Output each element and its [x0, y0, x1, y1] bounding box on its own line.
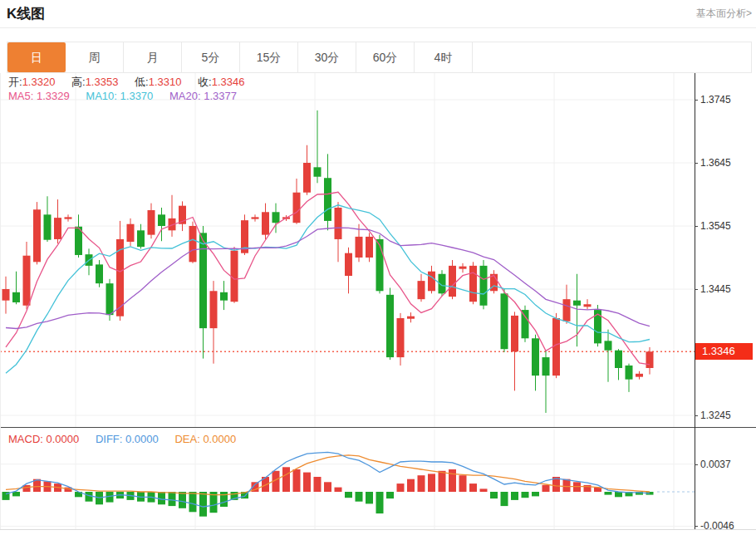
tab-period-1[interactable]: 周 [66, 42, 124, 72]
panel-separator [0, 427, 756, 428]
kline-page: K线图 基本面分析> 日周月5分15分30分60分4时 开:1.3320 高:1… [0, 0, 756, 535]
tabbar-filler [473, 42, 751, 72]
price-axis-label-2: 1.3545 [700, 220, 731, 232]
price-axis-label-2-tick [695, 226, 698, 227]
tab-period-3[interactable]: 5分 [182, 42, 240, 72]
ma5-label: MA5: [8, 90, 33, 102]
macd-axis-label-1: -0.0046 [700, 520, 734, 532]
open-label: 开: [8, 76, 22, 88]
current-price-tag: 1.3346 [695, 343, 753, 360]
price-axis-label-4: 1.3245 [700, 410, 731, 421]
low-value: 1.3310 [149, 76, 182, 88]
dea-value: 0.0000 [203, 433, 236, 445]
diff-value: 0.0000 [125, 433, 159, 445]
diff-label: DIFF: [96, 433, 123, 445]
ma20-label: MA20: [169, 90, 201, 102]
ma5-value: 1.3329 [37, 90, 70, 102]
macd-label: MACD: [8, 433, 43, 445]
high-value: 1.3353 [86, 76, 119, 88]
tab-period-4[interactable]: 15分 [240, 42, 298, 72]
price-axis: 1.37451.36451.35451.34451.32450.0037-0.0… [695, 73, 756, 529]
ma-legend: MA5: 1.3329 MA10: 1.3370 MA20: 1.3377 [8, 90, 250, 102]
price-axis-label-4-tick [695, 415, 698, 416]
price-axis-label-0-tick [695, 100, 698, 101]
period-tabbar: 日周月5分15分30分60分4时 [7, 42, 752, 73]
close-label: 收: [198, 76, 212, 88]
ma10-label: MA10: [86, 90, 117, 102]
close-value: 1.3346 [212, 76, 245, 88]
macd-axis-label-0: 0.0037 [700, 459, 731, 470]
page-title: K线图 [7, 4, 45, 23]
candlestick-chart[interactable] [0, 73, 695, 427]
open-value: 1.3320 [22, 76, 56, 88]
price-axis-label-1: 1.3645 [700, 157, 731, 169]
price-axis-label-3: 1.3445 [700, 283, 731, 295]
tab-period-7[interactable]: 4时 [415, 42, 473, 72]
low-label: 低: [135, 76, 149, 88]
dea-label: DEA: [174, 433, 199, 445]
price-axis-label-0: 1.3745 [700, 94, 731, 106]
macd-axis-label-0-tick [695, 464, 698, 465]
tab-period-5[interactable]: 30分 [298, 42, 356, 72]
chart-bottom-border [0, 529, 756, 530]
tab-period-2[interactable]: 月 [124, 42, 182, 72]
ma10-value: 1.3370 [120, 90, 154, 102]
high-label: 高: [71, 76, 86, 88]
price-axis-label-3-tick [695, 289, 698, 290]
tab-period-6[interactable]: 60分 [356, 42, 415, 72]
ohlc-legend: 开:1.3320 高:1.3353 低:1.3310 收:1.3346 [8, 75, 258, 90]
ma20-value: 1.3377 [204, 90, 237, 102]
chart-left-border [0, 73, 1, 529]
header-divider [0, 27, 756, 28]
macd-value: 0.0000 [47, 433, 80, 445]
fundamental-analysis-link[interactable]: 基本面分析> [696, 7, 752, 21]
tab-period-0[interactable]: 日 [7, 42, 66, 72]
price-axis-label-1-tick [695, 163, 698, 164]
macd-axis-label-1-tick [695, 526, 698, 527]
macd-legend: MACD: 0.0000 DIFF: 0.0000 DEA: 0.0000 [8, 433, 249, 445]
